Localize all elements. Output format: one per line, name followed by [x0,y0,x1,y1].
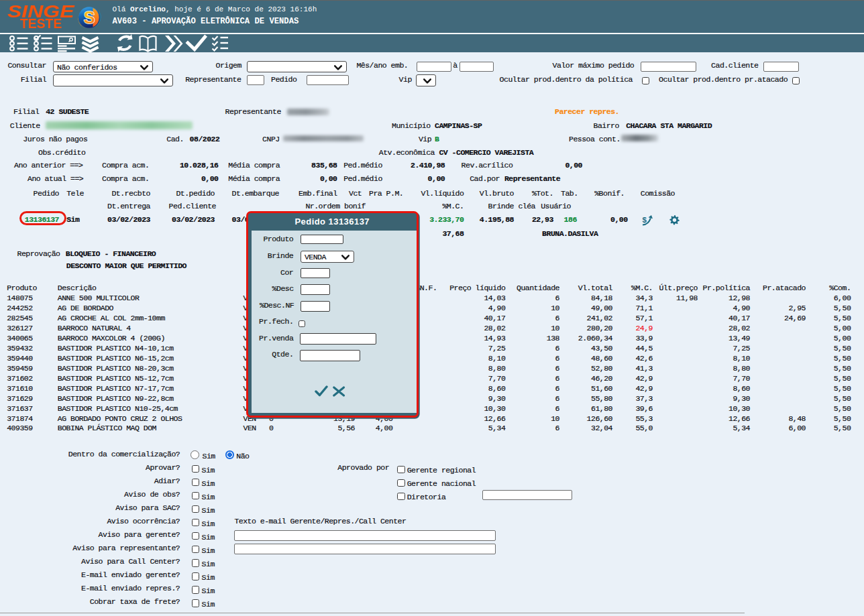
svg-text:$: $ [643,216,647,224]
